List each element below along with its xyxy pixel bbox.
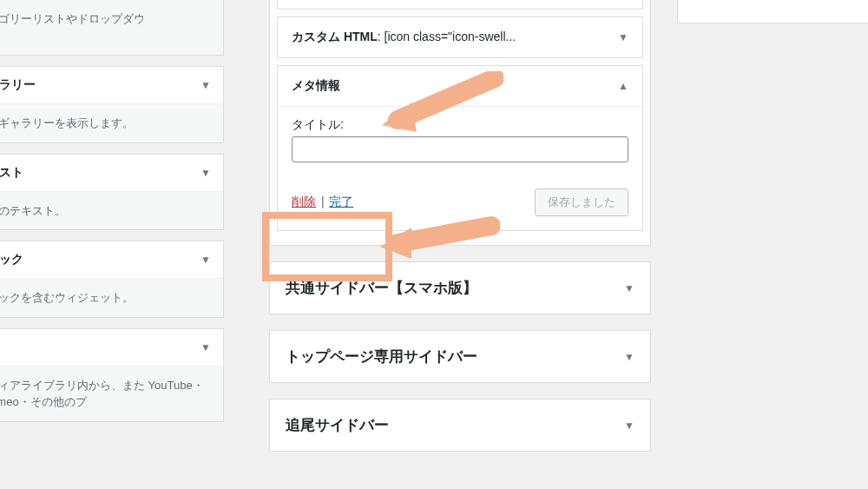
widget-area-title: 共通サイドバー【スマホ版】 bbox=[286, 278, 477, 298]
chevron-down-icon bbox=[201, 341, 211, 354]
widget-title: ャラリー bbox=[0, 77, 36, 93]
widget-area-title: トップページ専用サイドバー bbox=[286, 347, 477, 367]
widget-area-title: 追尾サイドバー bbox=[286, 415, 389, 435]
widget-meta: メタ情報 タイトル: 削除 | 完了 保存しました bbox=[277, 65, 643, 231]
separator: | bbox=[319, 195, 326, 208]
widget-description: 像ギャラリーを表示します。 bbox=[0, 104, 223, 142]
widget-description-fragment: テゴリーリストやドロップダウ bbox=[0, 12, 145, 25]
done-link[interactable]: 完了 bbox=[329, 195, 353, 208]
widget-area-common-sidebar-sp[interactable]: 共通サイドバー【スマホ版】 bbox=[269, 261, 651, 314]
sidebar-widget-area-column: カスタム HTML: [icon class="icon-heart... カス… bbox=[269, 0, 651, 467]
widget-area-toppage-sidebar[interactable]: トップページ専用サイドバー bbox=[269, 330, 651, 383]
chevron-down-icon bbox=[624, 351, 635, 363]
widget-custom-html-1[interactable]: カスタム HTML: [icon class="icon-heart... bbox=[277, 0, 643, 10]
widget-heading: メタ情報 bbox=[292, 78, 340, 92]
right-widget-area-column bbox=[677, 0, 868, 39]
widget-description: 意のテキスト。 bbox=[0, 192, 223, 230]
widget-heading: カスタム HTML: [icon class="icon-swell... bbox=[292, 30, 516, 45]
saved-button: 保存しました bbox=[535, 188, 628, 216]
widget-title: ロック bbox=[0, 252, 23, 268]
widget-meta-header[interactable]: メタ情報 bbox=[278, 66, 642, 106]
widget-description: ディアライブラリ内から、また YouTube・Vimeo・その他のプ bbox=[0, 367, 223, 421]
available-widget-categories[interactable]: テゴリーリストやドロップダウ 。 bbox=[0, 0, 224, 56]
title-input[interactable] bbox=[292, 136, 628, 162]
chevron-down-icon bbox=[618, 31, 628, 43]
available-widget-gallery[interactable]: ャラリー 像ギャラリーを表示します。 bbox=[0, 66, 224, 143]
widget-custom-html-2[interactable]: カスタム HTML: [icon class="icon-swell... bbox=[277, 17, 643, 58]
chevron-down-icon bbox=[624, 282, 635, 294]
chevron-down-icon bbox=[201, 254, 211, 266]
available-widget-text[interactable]: キスト 意のテキスト。 bbox=[0, 154, 224, 231]
chevron-down-icon bbox=[201, 167, 211, 179]
widget-area-follow-sidebar[interactable]: 追尾サイドバー bbox=[269, 399, 651, 452]
delete-link[interactable]: 削除 bbox=[292, 195, 316, 208]
available-widget-video[interactable]: 画 ディアライブラリ内から、また YouTube・Vimeo・その他のプ bbox=[0, 328, 224, 422]
widget-description: ロックを含むウィジェット。 bbox=[0, 279, 223, 317]
title-label: タイトル: bbox=[292, 117, 628, 133]
chevron-down-icon bbox=[201, 79, 211, 91]
chevron-down-icon bbox=[624, 420, 635, 432]
widget-title: キスト bbox=[0, 165, 23, 181]
widget-area-common-sidebar-pc: カスタム HTML: [icon class="icon-heart... カス… bbox=[269, 0, 651, 246]
chevron-up-icon bbox=[618, 80, 628, 92]
widget-area-right-fragment[interactable] bbox=[677, 0, 868, 23]
available-widget-block[interactable]: ロック ロックを含むウィジェット。 bbox=[0, 241, 224, 318]
available-widgets-column: テゴリーリストやドロップダウ 。 ャラリー 像ギャラリーを表示します。 キスト … bbox=[0, 0, 224, 433]
